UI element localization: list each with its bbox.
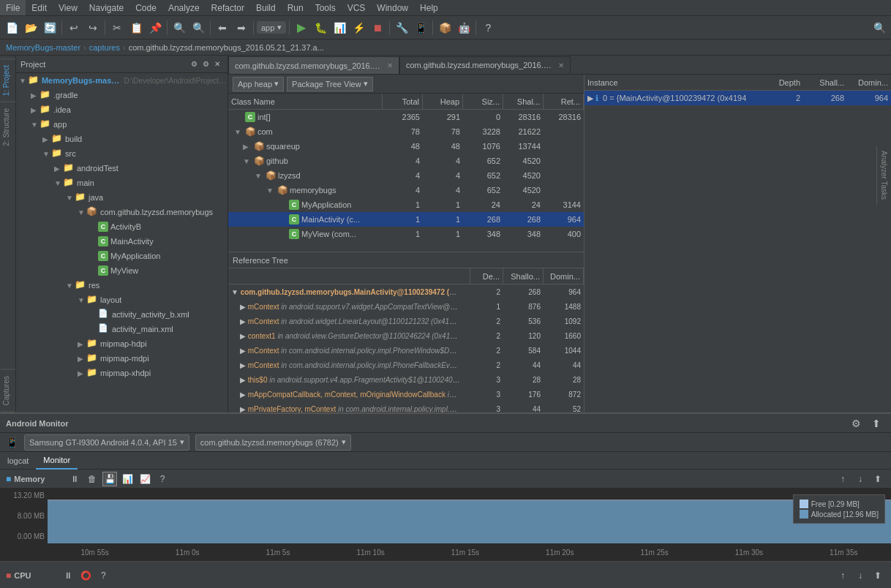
- device-selector[interactable]: Samsung GT-I9300 Android 4.0.4, API 15 ▾: [24, 434, 189, 451]
- menu-window[interactable]: Window: [371, 0, 414, 15]
- replace-btn[interactable]: 🔍: [189, 19, 207, 37]
- cpu-export-btn[interactable]: ⬆: [871, 568, 885, 583]
- search-everywhere-btn[interactable]: 🔍: [871, 19, 888, 37]
- menu-file[interactable]: File: [0, 0, 26, 15]
- panel-close-btn[interactable]: ✕: [211, 59, 223, 70]
- memory-down-btn[interactable]: ↓: [853, 472, 868, 486]
- new-file-btn[interactable]: 📄: [3, 19, 20, 37]
- row-myview[interactable]: ▶ C MyView (com... 1 1 348 348 400: [228, 227, 584, 241]
- monitor-export-btn[interactable]: ⬆: [868, 415, 885, 432]
- memory-export-btn[interactable]: ⬆: [871, 472, 885, 486]
- tree-mdpi[interactable]: ▶ 📁 mipmap-mdpi: [16, 351, 228, 366]
- menu-build[interactable]: Build: [250, 0, 282, 15]
- open-btn[interactable]: 📂: [22, 19, 40, 37]
- cpu-track-btn[interactable]: ⭕: [78, 568, 93, 583]
- sidebar-tab-captures[interactable]: Captures: [1, 369, 15, 412]
- instance-row-0[interactable]: ▶ ℹ 0 = {MainActivity@1100239472 (0x4194…: [584, 91, 891, 105]
- sync-btn[interactable]: 🔄: [41, 19, 59, 37]
- tab-alloc-close[interactable]: ✕: [387, 61, 393, 69]
- menu-analyze[interactable]: Analyze: [162, 0, 206, 15]
- panel-gear-btn[interactable]: ⚙: [200, 59, 211, 70]
- tree-main[interactable]: ▼ 📁 main: [16, 176, 228, 190]
- profile-btn[interactable]: ⚡: [350, 19, 367, 37]
- monitor-tab-logcat[interactable]: logcat: [0, 452, 36, 470]
- row-com[interactable]: ▼ 📦 com 78 78 3228 21622: [228, 124, 584, 139]
- pkg-tree-dropdown[interactable]: Package Tree View ▾: [287, 77, 373, 91]
- tree-xhdpi[interactable]: ▶ 📁 mipmap-xhdpi: [16, 366, 228, 380]
- menu-tools[interactable]: Tools: [309, 0, 342, 15]
- sidebar-tab-project[interactable]: 1: Project: [1, 59, 15, 102]
- cpu-down-btn[interactable]: ↓: [853, 568, 868, 583]
- run-btn[interactable]: ▶: [293, 19, 310, 37]
- menu-navigate[interactable]: Navigate: [83, 0, 129, 15]
- tree-myview[interactable]: ▶ C MyView: [16, 263, 228, 278]
- ref-expand-8[interactable]: ▶: [240, 405, 246, 413]
- tree-java[interactable]: ▼ 📁 java: [16, 190, 228, 205]
- ref-row-5[interactable]: ▶ mContext in com.android.internal.polic…: [228, 358, 584, 372]
- tree-activityb[interactable]: ▶ C ActivityB: [16, 219, 228, 234]
- menu-edit[interactable]: Edit: [26, 0, 53, 15]
- help-btn[interactable]: ?: [479, 19, 497, 37]
- tab-alloc[interactable]: com.github.lzyzsd.memorybugs_2016.05.21_…: [228, 56, 399, 74]
- ref-expand-1[interactable]: ▶: [240, 303, 246, 311]
- row-int-array[interactable]: ▶ C int[] 2365 291 0 28316 28316: [228, 110, 584, 124]
- app-heap-dropdown[interactable]: App heap ▾: [233, 77, 284, 91]
- tree-xml1[interactable]: ▶ 📄 activity_activity_b.xml: [16, 307, 228, 322]
- forward-btn[interactable]: ➡: [233, 19, 250, 37]
- tree-mainactivity[interactable]: ▶ C MainActivity: [16, 234, 228, 249]
- ref-row-8[interactable]: ▶ mPrivateFactory, mContext in com.andro…: [228, 402, 584, 412]
- monitor-settings-btn[interactable]: ⚙: [847, 415, 865, 432]
- menu-view[interactable]: View: [53, 0, 83, 15]
- debug-btn[interactable]: 🐛: [312, 19, 329, 37]
- tree-layout[interactable]: ▼ 📁 layout: [16, 293, 228, 307]
- analyzer-tasks-label[interactable]: Analyzer Tasks: [876, 146, 891, 205]
- tree-res[interactable]: ▼ 📁 res: [16, 278, 228, 293]
- tree-idea[interactable]: ▶ 📁 .idea: [16, 102, 228, 117]
- process-selector[interactable]: com.github.lzyzsd.memorybugs (6782) ▾: [195, 434, 351, 451]
- breadcrumb-root[interactable]: MemoryBugs-master: [6, 43, 80, 52]
- tree-build[interactable]: ▶ 📁 build: [16, 132, 228, 146]
- ref-row-0[interactable]: ▼ com.github.lzyzsd.memorybugs.MainActiv…: [228, 284, 584, 299]
- ref-row-4[interactable]: ▶ mContext in com.android.internal.polic…: [228, 343, 584, 358]
- tree-hdpi[interactable]: ▶ 📁 mipmap-hdpi: [16, 336, 228, 351]
- row-myapp[interactable]: ▶ C MyApplication 1 1 24 24 3144: [228, 197, 584, 212]
- memory-up-btn[interactable]: ↑: [835, 472, 850, 486]
- monitor-tab-monitor[interactable]: Monitor: [36, 452, 78, 470]
- ref-expand-7[interactable]: ▶: [240, 391, 246, 399]
- tree-myapplication[interactable]: ▶ C MyApplication: [16, 249, 228, 263]
- ref-expand-5[interactable]: ▶: [240, 361, 246, 369]
- tab-hprof[interactable]: com.github.lzyzsd.memorybugs_2016.05.21_…: [399, 56, 571, 74]
- memory-initgc-btn[interactable]: 🗑: [85, 472, 99, 486]
- memory-chart-btn[interactable]: 📈: [138, 472, 152, 486]
- ref-expand-3[interactable]: ▶: [240, 332, 246, 340]
- row-memorybugs[interactable]: ▼ 📦 memorybugs 4 4 652 4520: [228, 183, 584, 197]
- expand-root[interactable]: ▼: [19, 77, 28, 85]
- menu-vcs[interactable]: VCS: [342, 0, 372, 15]
- breadcrumb-captures[interactable]: captures: [89, 43, 120, 52]
- menu-help[interactable]: Help: [414, 0, 444, 15]
- dump-heap-btn[interactable]: 💾: [102, 472, 117, 486]
- tree-package[interactable]: ▼ 📦 com.github.lzyzsd.memorybugs: [16, 205, 228, 219]
- back-btn[interactable]: ⬅: [214, 19, 231, 37]
- ref-expand-0[interactable]: ▼: [231, 288, 238, 296]
- android-btn[interactable]: 🤖: [455, 19, 473, 37]
- menu-code[interactable]: Code: [129, 0, 162, 15]
- instance-expand-0[interactable]: ▶: [587, 94, 593, 102]
- tree-src[interactable]: ▼ 📁 src: [16, 146, 228, 161]
- gradle-btn[interactable]: 🔧: [393, 19, 410, 37]
- undo-btn[interactable]: ↩: [65, 19, 83, 37]
- row-mainactivity[interactable]: ▶ C MainActivity (c... 1 1 268 268 964: [228, 212, 584, 227]
- memory-pause-btn[interactable]: ⏸: [67, 472, 82, 486]
- ref-row-2[interactable]: ▶ mContext in android.widget.LinearLayou…: [228, 314, 584, 328]
- ref-expand-6[interactable]: ▶: [240, 376, 246, 384]
- cpu-pause-btn[interactable]: ⏸: [61, 568, 75, 583]
- memory-help-btn[interactable]: ?: [155, 472, 170, 486]
- row-github[interactable]: ▼ 📦 github 4 4 652 4520: [228, 154, 584, 168]
- sidebar-tab-structure[interactable]: 2: Structure: [1, 102, 15, 152]
- find-btn[interactable]: 🔍: [170, 19, 188, 37]
- ref-expand-4[interactable]: ▶: [240, 347, 246, 355]
- app-selector[interactable]: app ▾: [257, 21, 286, 34]
- tree-android-test[interactable]: ▶ 📁 androidTest: [16, 161, 228, 176]
- tree-app[interactable]: ▼ 📁 app: [16, 117, 228, 132]
- redo-btn[interactable]: ↪: [84, 19, 102, 37]
